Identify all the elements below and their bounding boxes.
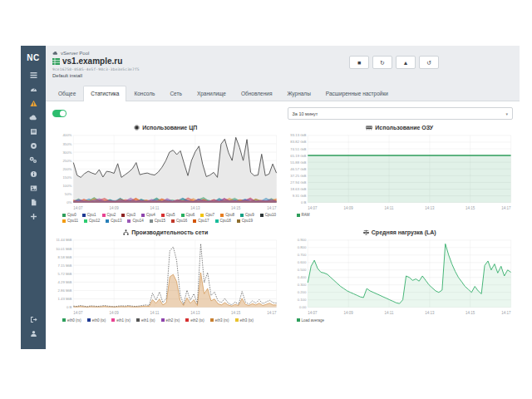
tab-advanced[interactable]: Расширенные настройки [318,86,396,101]
legend-item[interactable]: eth3 (tx) [235,318,254,323]
legend-swatch [127,219,131,223]
svg-text:14:17: 14:17 [267,206,277,210]
sidebar-item-add[interactable] [21,209,46,224]
svg-text:0.700: 0.700 [297,254,306,258]
svg-text:150%: 150% [62,175,71,180]
legend-item[interactable]: Cpu8 [220,213,234,217]
gear-icon [30,142,37,150]
svg-text:0.00: 0.00 [299,306,307,310]
period-select-value: За 10 минут [293,111,318,116]
tab-storage[interactable]: Хранилище [190,86,234,101]
sidebar-item-cloud[interactable] [21,111,46,125]
ram-chart-plot: 14:0714:0914:1114:1314:1514:1793.13 GiB8… [287,131,514,212]
tab-console[interactable]: Консоль [126,86,162,101]
cpu-chart: Использование ЦП 14:0714:0914:1114:1314:… [52,125,279,223]
legend-item[interactable]: Cpu10 [260,213,276,217]
legend-item[interactable]: Cpu12 [84,219,100,223]
svg-text:18.63 GiB: 18.63 GiB [290,187,306,191]
sidebar-item-menu[interactable] [21,68,46,82]
legend-item[interactable]: eth3 (rx) [210,318,229,323]
sidebar-item-images[interactable] [21,181,46,195]
legend-swatch [260,214,264,217]
force-stop-icon: ▲ [403,60,409,66]
svg-text:14:07: 14:07 [308,312,318,316]
charts-grid: Использование ЦП 14:0714:0914:1114:1314:… [52,125,513,323]
legend-item[interactable]: eth0 (rx) [62,318,81,323]
sidebar-item-info[interactable] [21,167,46,181]
sidebar-item-settings[interactable] [21,139,46,153]
svg-text:4.29 MiB: 4.29 MiB [58,280,72,284]
svg-text:14:15: 14:15 [231,312,241,316]
svg-text:14:09: 14:09 [343,312,353,316]
sidebar-item-services[interactable] [21,153,46,167]
legend-item[interactable]: Cpu14 [127,219,143,223]
period-select[interactable]: За 10 минут ▾ [288,107,513,120]
legend-swatch [136,318,140,322]
legend-swatch [161,318,165,322]
legend-item[interactable]: Cpu7 [200,213,214,217]
legend-item[interactable]: Cpu16 [171,219,187,223]
user-icon [30,330,37,337]
legend-swatch [297,214,300,217]
legend-item[interactable]: eth1 (tx) [136,318,155,323]
tab-network[interactable]: Сеть [162,86,189,101]
svg-text:0.900: 0.900 [297,239,306,243]
sidebar-item-documents[interactable] [21,195,46,209]
restart-icon: ↻ [380,60,385,66]
stats-toggle[interactable] [52,110,66,117]
legend-item[interactable]: Cpu9 [240,213,254,217]
legend-item[interactable]: Cpu19 [237,219,253,223]
stop-button[interactable]: ■ [349,56,369,69]
legend-item[interactable]: Cpu17 [193,219,209,223]
restart-button[interactable]: ↻ [372,56,392,69]
sidebar-item-alerts[interactable] [21,96,46,111]
legend-item[interactable]: eth1 (rx) [111,318,131,323]
svg-text:14:13: 14:13 [190,312,200,316]
legend-item[interactable]: eth2 (rx) [161,318,180,323]
legend-item[interactable]: Cpu6 [181,213,195,217]
reload-button[interactable]: ↺ [419,56,439,69]
svg-text:14:11: 14:11 [150,312,160,316]
sidebar-item-user[interactable] [21,327,46,341]
legend-swatch [111,318,115,322]
breadcrumb[interactable]: vServer Pool [52,51,511,56]
breadcrumb-label: vServer Pool [61,51,89,56]
app-logo[interactable]: NC [27,46,39,68]
svg-text:14:17: 14:17 [501,206,511,210]
sidebar-item-signout[interactable] [21,313,46,327]
legend-swatch [84,219,87,223]
legend-item[interactable]: Cpu3 [121,213,135,217]
legend-item[interactable]: Cpu5 [161,213,175,217]
legend-item[interactable]: Cpu13 [106,219,121,223]
tab-statistics[interactable]: Статистика [83,86,126,101]
legend-item[interactable]: Load average [297,318,325,323]
sidebar-item-dashboard[interactable] [21,82,46,96]
svg-text:100%: 100% [62,184,71,188]
tab-general[interactable]: Общее [51,86,83,101]
toggle-knob [60,111,66,116]
sidebar-item-server[interactable] [21,125,46,139]
legend-swatch [106,219,109,223]
legend-item[interactable]: Cpu18 [215,219,231,223]
legend-item[interactable]: eth0 (tx) [87,318,106,323]
svg-text:0.400: 0.400 [297,276,306,280]
tab-updates[interactable]: Обновления [234,86,279,101]
svg-text:55.88 GiB: 55.88 GiB [290,160,306,165]
legend-item[interactable]: Cpu2 [102,213,116,217]
legend-swatch [141,214,145,217]
force-stop-button[interactable]: ▲ [396,56,416,69]
legend-item[interactable]: Cpu15 [150,219,165,223]
image-icon [30,185,37,192]
legend-item[interactable]: Cpu1 [82,213,96,217]
legend-item[interactable]: RAM [297,213,310,217]
legend-item[interactable]: Cpu0 [62,213,76,217]
ram-chart-title: Использование ОЗУ [375,125,433,131]
legend-swatch [237,219,240,223]
legend-item[interactable]: Cpu11 [62,219,78,223]
legend-item[interactable]: eth2 (tx) [185,318,204,323]
svg-text:2.86 MiB: 2.86 MiB [58,288,72,293]
legend-item[interactable]: Cpu4 [141,213,155,217]
network-chart-plot: 14:0714:0914:1114:1314:1514:1711.44 MiB1… [52,236,279,317]
tab-logs[interactable]: Журналы [279,86,318,101]
svg-text:14:13: 14:13 [190,206,200,210]
